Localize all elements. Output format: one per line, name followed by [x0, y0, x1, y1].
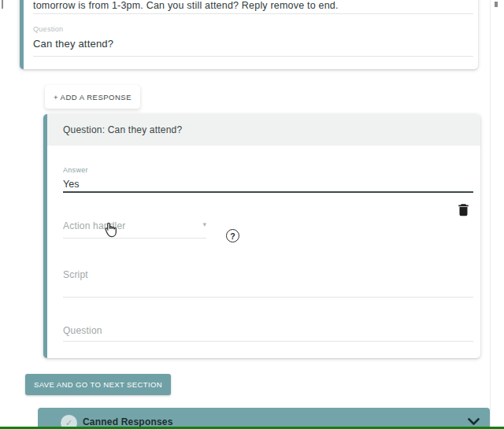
question-input[interactable]: Can they attend?	[33, 38, 113, 50]
add-response-button[interactable]: + ADD A RESPONSE	[45, 85, 140, 109]
answer-input-underline	[63, 191, 473, 193]
question-message-card: tomorrow is from 1-3pm. Can you still at…	[20, 0, 478, 69]
action-handler-placeholder: Action handler	[63, 220, 126, 231]
action-handler-underline	[63, 238, 206, 239]
answer-input[interactable]: Yes	[63, 179, 79, 190]
chevron-down-icon: ▾	[202, 220, 206, 228]
message-input[interactable]: tomorrow is from 1-3pm. Can you still at…	[33, 0, 468, 11]
help-glyph: ?	[230, 231, 235, 241]
response-question-input-underline	[63, 341, 473, 342]
script-input-placeholder[interactable]: Script	[63, 269, 88, 280]
help-icon[interactable]: ?	[226, 229, 239, 242]
script-input-underline	[63, 297, 473, 298]
canned-responses-title: Canned Responses	[83, 416, 173, 427]
response-question-input-placeholder[interactable]: Question	[63, 325, 102, 336]
response-card: Question: Can they attend? Answer Yes Ac…	[43, 114, 480, 358]
scrollbar-tick	[495, 2, 498, 7]
viewport-edge-artifact	[2, 0, 3, 9]
question-field-label: Question	[33, 25, 63, 33]
save-next-section-button[interactable]: SAVE AND GO TO NEXT SECTION	[25, 374, 171, 395]
chevron-down-icon[interactable]	[468, 418, 480, 426]
trash-icon	[458, 202, 469, 216]
question-input-underline	[33, 56, 473, 57]
delete-response-button[interactable]	[456, 202, 470, 218]
canned-responses-editor-screen: tomorrow is from 1-3pm. Can you still at…	[0, 0, 504, 429]
action-handler-select[interactable]: Action handler ▾	[63, 220, 206, 239]
answer-field-label: Answer	[63, 166, 88, 174]
response-card-header: Question: Can they attend?	[47, 114, 480, 146]
canned-responses-accordion-header[interactable]: ✓ Canned Responses	[38, 408, 490, 429]
page-edge-line	[490, 0, 491, 429]
message-input-underline	[33, 13, 473, 14]
